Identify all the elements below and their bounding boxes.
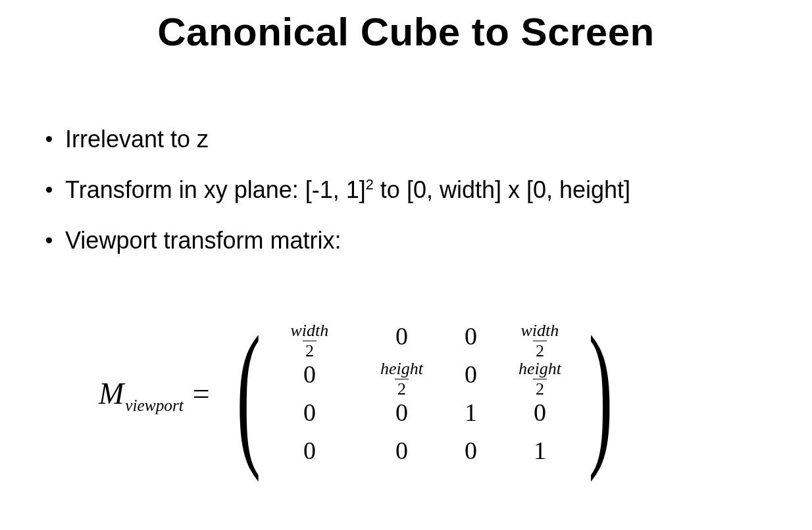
matrix-grid: width 2 0 0 width 2 0 height [259,316,590,471]
fraction-denominator: 2 [303,341,317,360]
fraction: height 2 [517,360,563,398]
bullet-dot-icon [46,237,52,243]
fraction-denominator: 2 [533,379,547,398]
matrix-cell: width 2 [290,313,330,360]
right-paren-icon: ) [589,316,613,471]
slide-title: Canonical Cube to Screen [0,9,812,55]
matrix-cell: height 2 [379,351,424,398]
matrix-cell: 0 [395,398,408,427]
matrix-cell: 0 [303,436,316,465]
matrix-cell: 0 [395,436,408,465]
bullet-item: Viewport transform matrix: [46,226,773,254]
equals-sign: = [193,376,210,411]
fraction-denominator: 2 [395,379,409,398]
matrix-cell: 1 [465,398,477,427]
slide: Canonical Cube to Screen Irrelevant to z… [0,0,812,530]
bullet-text-part: Transform in xy plane: [-1, 1] [65,176,366,203]
bullet-text: Viewport transform matrix: [65,226,341,254]
fraction-numerator: width [290,322,330,341]
bullet-dot-icon [46,187,52,193]
fraction-numerator: height [379,360,424,379]
bullet-text-part: to [0, width] x [0, height] [374,176,630,203]
fraction: width 2 [290,322,330,360]
matrix-cell: 0 [395,322,408,350]
matrix-cell: 0 [465,322,477,350]
fraction: height 2 [379,360,424,398]
matrix-cell: 0 [465,360,477,389]
matrix-cell: 0 [303,360,316,389]
bullet-dot-icon [46,136,52,142]
fraction-numerator: width [520,322,561,341]
matrix-symbol: Mviewport [99,376,184,411]
matrix-cell: 1 [534,436,546,465]
bullet-text: Transform in xy plane: [-1, 1]2 to [0, w… [65,176,630,204]
bullet-text: Irrelevant to z [65,125,209,153]
symbol-M: M [99,377,124,410]
symbol-subscript: viewport [125,396,184,415]
bullet-list: Irrelevant to z Transform in xy plane: [… [46,125,773,277]
bullet-item: Irrelevant to z [46,125,773,153]
equation: Mviewport = ( width 2 0 0 width 2 [99,316,628,471]
matrix: ( width 2 0 0 width 2 0 [222,316,628,471]
bullet-item: Transform in xy plane: [-1, 1]2 to [0, w… [46,176,773,204]
matrix-cell: height 2 [517,351,563,398]
fraction-numerator: height [517,360,563,379]
matrix-cell: 0 [534,398,546,427]
matrix-cell: 0 [465,436,477,465]
matrix-cell: 0 [303,398,316,427]
superscript: 2 [366,176,374,193]
left-paren-icon: ( [236,316,261,471]
